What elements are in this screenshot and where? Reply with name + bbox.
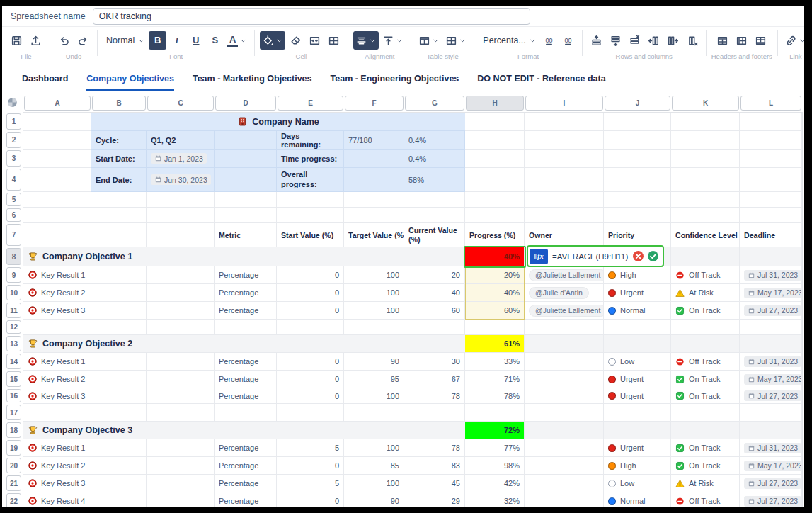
cell-D11[interactable]: Percentage [215, 302, 277, 320]
cell-H17[interactable] [465, 404, 525, 422]
cell-H5[interactable] [465, 192, 525, 208]
objective-title-cell[interactable]: Company Objective 1 [23, 247, 465, 266]
cell-G9[interactable]: 20 [404, 266, 465, 284]
row-header-13[interactable]: 13 [6, 336, 21, 351]
decrease-decimal-button[interactable]: 00 [540, 31, 558, 50]
column-header-J[interactable]: J [605, 96, 670, 111]
number-format-dropdown[interactable]: Percenta... [479, 31, 538, 50]
cell-E4[interactable]: Overall progress: [277, 168, 344, 192]
cell-A10[interactable]: Key Result 2 [23, 284, 91, 302]
cell-G22[interactable]: 29 [404, 492, 465, 507]
objective-title-cell[interactable]: Company Objective 2 [23, 335, 465, 353]
cell-L19[interactable]: Jul 31, 2023 [740, 439, 802, 457]
cell-D12[interactable] [215, 320, 277, 335]
cell-I5[interactable] [525, 192, 604, 208]
cell-K8[interactable] [671, 247, 740, 266]
cell-F3[interactable] [344, 150, 404, 168]
cell-K3[interactable] [671, 150, 740, 168]
cell-B17[interactable] [91, 404, 147, 422]
cell-D20[interactable]: Percentage [215, 457, 277, 475]
cell-L10[interactable]: May 17, 2023 [740, 284, 802, 302]
row-header-16[interactable]: 16 [6, 389, 21, 402]
cell-I12[interactable] [525, 320, 604, 335]
tab-dashboard[interactable]: Dashboard [22, 67, 68, 91]
objective-title-cell[interactable]: Company Objective 3 [23, 422, 465, 439]
paragraph-style-dropdown[interactable]: Normal [103, 31, 147, 50]
cell-K5[interactable] [671, 192, 740, 208]
cell-G16[interactable]: 78 [404, 388, 465, 404]
cell-F6[interactable] [344, 208, 404, 223]
cell-H15[interactable]: 71% [465, 371, 525, 388]
cell-J1[interactable] [604, 113, 671, 131]
column-header-H[interactable]: H [466, 96, 524, 111]
cell-I7[interactable]: Owner [525, 223, 604, 247]
cell-F12[interactable] [344, 320, 404, 335]
cell-D3[interactable] [215, 150, 277, 168]
row-header-12[interactable]: 12 [6, 320, 21, 334]
cell-E9[interactable]: 0 [277, 266, 344, 284]
cell-E5[interactable] [277, 192, 344, 208]
increase-decimal-button[interactable]: 00 [559, 31, 577, 50]
cell-E10[interactable]: 0 [277, 284, 344, 302]
cell-C2[interactable]: Q1, Q2 [147, 131, 215, 150]
cell-H3[interactable] [465, 150, 525, 168]
row-header-9[interactable]: 9 [6, 267, 21, 283]
cell-K21[interactable]: At Risk [671, 475, 740, 492]
cell-L8[interactable] [740, 247, 802, 266]
cell-J7[interactable]: Priority [604, 223, 671, 247]
column-header-I[interactable]: I [525, 96, 603, 111]
cell-K6[interactable] [671, 208, 740, 223]
cell-borders-button[interactable] [325, 31, 343, 50]
cell-I18[interactable] [525, 422, 604, 439]
cell-K4[interactable] [671, 168, 740, 192]
cell-I3[interactable] [525, 150, 604, 168]
cell-J9[interactable]: High [604, 266, 671, 284]
cell-H13[interactable]: 61% [465, 335, 525, 353]
cell-J17[interactable] [604, 404, 671, 422]
cell-L12[interactable] [740, 320, 802, 335]
cell-A3[interactable] [23, 150, 91, 168]
underline-button[interactable]: U [187, 31, 205, 50]
row-header-3[interactable]: 3 [6, 150, 21, 167]
spreadsheet-name-input[interactable] [93, 8, 530, 25]
cell-L14[interactable]: Jul 31, 2023 [740, 353, 802, 371]
cell-H11[interactable]: 60% [465, 302, 525, 320]
row-header-19[interactable]: 19 [6, 440, 21, 456]
cell-C11[interactable] [147, 302, 215, 320]
cell-B20[interactable] [91, 457, 147, 475]
cell-E22[interactable]: 0 [277, 492, 344, 507]
cell-H20[interactable]: 98% [465, 457, 525, 475]
cell-B4[interactable]: End Date: [91, 168, 147, 192]
cell-E7[interactable]: Start Value (%) [277, 223, 344, 247]
cell-B2[interactable]: Cycle: [91, 131, 147, 150]
cell-C3[interactable]: Jan 1, 2023 [147, 150, 215, 168]
cell-J11[interactable]: Normal [604, 302, 671, 320]
cell-F22[interactable]: 90 [344, 492, 404, 507]
column-header-D[interactable]: D [215, 96, 276, 111]
cell-K22[interactable]: Off Track [671, 492, 740, 507]
cell-J22[interactable]: Normal [604, 492, 671, 507]
cell-G19[interactable]: 78 [404, 439, 465, 457]
row-header-7[interactable]: 7 [6, 224, 21, 246]
cell-I11[interactable]: @Juliette Lallement [525, 302, 604, 320]
link-button[interactable] [783, 31, 804, 50]
cell-L22[interactable]: Jul 27, 2023 [740, 492, 802, 507]
cell-F17[interactable] [344, 404, 404, 422]
cell-H16[interactable]: 78% [465, 388, 525, 404]
cell-D7[interactable]: Metric [215, 223, 277, 247]
cell-G20[interactable]: 83 [404, 457, 465, 475]
row-header-6[interactable]: 6 [6, 208, 21, 222]
cell-A4[interactable] [23, 168, 91, 192]
cell-G2[interactable]: 0.4% [404, 131, 465, 150]
formula-cancel-button[interactable] [632, 250, 644, 262]
cell-E12[interactable] [277, 320, 344, 335]
column-header-B[interactable]: B [92, 96, 146, 111]
cell-K11[interactable]: On Track [671, 302, 740, 320]
horizontal-align-button[interactable] [353, 31, 379, 50]
cell-G10[interactable]: 40 [404, 284, 465, 302]
cell-A2[interactable] [23, 131, 91, 150]
strikethrough-button[interactable]: S [206, 31, 224, 50]
cell-G3[interactable]: 0.4% [404, 150, 465, 168]
column-header-A[interactable]: A [24, 96, 91, 111]
italic-button[interactable]: I [168, 31, 185, 50]
